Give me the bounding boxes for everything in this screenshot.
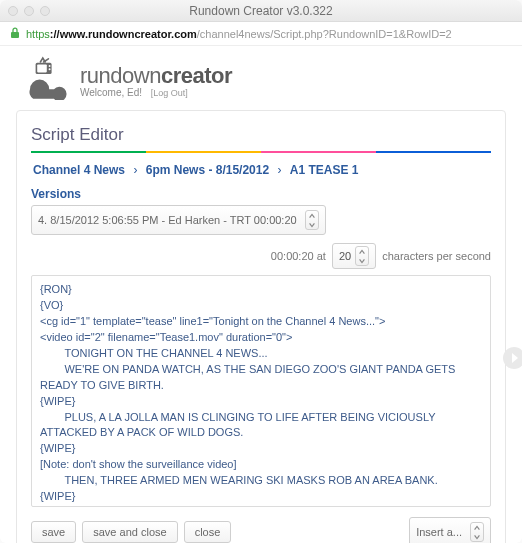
editor-card: Script Editor Channel 4 News › 6pm News … bbox=[16, 110, 506, 543]
page-content: rundowncreator Welcome, Ed! [Log Out] Sc… bbox=[0, 46, 522, 543]
save-and-close-button[interactable]: save and close bbox=[82, 521, 177, 543]
cps-stepper[interactable]: 20 bbox=[332, 243, 376, 269]
next-arrow-icon[interactable] bbox=[502, 346, 522, 370]
lock-icon bbox=[10, 27, 20, 41]
stepper-icon[interactable] bbox=[305, 210, 319, 230]
stepper-icon bbox=[470, 522, 484, 542]
logout-link[interactable]: [Log Out] bbox=[151, 88, 188, 98]
versions-select[interactable]: 4. 8/15/2012 5:06:55 PM - Ed Harken - TR… bbox=[31, 205, 326, 235]
breadcrumb: Channel 4 News › 6pm News - 8/15/2012 › … bbox=[31, 163, 491, 177]
breadcrumb-rundown[interactable]: Channel 4 News bbox=[33, 163, 125, 177]
brand-name-bold: creator bbox=[161, 63, 232, 88]
url-host: ://www.rundowncreator.com bbox=[50, 28, 197, 40]
trt-time: 00:00:20 at bbox=[271, 250, 326, 262]
breadcrumb-show[interactable]: 6pm News - 8/15/2012 bbox=[146, 163, 269, 177]
editor-footer: save save and close close Insert a... bbox=[31, 517, 491, 543]
cps-suffix: characters per second bbox=[382, 250, 491, 262]
brand-text: rundowncreator Welcome, Ed! [Log Out] bbox=[80, 63, 232, 98]
brand-logo-icon bbox=[22, 56, 70, 104]
svg-point-3 bbox=[49, 65, 51, 67]
url-path: /channel4news/Script.php?RundownID=1&Row… bbox=[197, 28, 452, 40]
versions-label: Versions bbox=[31, 187, 491, 201]
save-button[interactable]: save bbox=[31, 521, 76, 543]
svg-point-4 bbox=[49, 68, 51, 70]
svg-rect-2 bbox=[37, 64, 47, 72]
welcome-text: Welcome, Ed! [Log Out] bbox=[80, 87, 232, 98]
welcome-message: Welcome, Ed! bbox=[80, 87, 142, 98]
url-text: https://www.rundowncreator.com/channel4n… bbox=[26, 28, 452, 40]
divider-rainbow bbox=[31, 151, 491, 153]
brand-name: rundowncreator bbox=[80, 63, 232, 89]
svg-rect-0 bbox=[11, 32, 19, 38]
versions-select-wrap: 4. 8/15/2012 5:06:55 PM - Ed Harken - TR… bbox=[31, 205, 326, 235]
brand-name-thin: rundown bbox=[80, 63, 161, 88]
page-title: Script Editor bbox=[31, 125, 491, 145]
titlebar: Rundown Creator v3.0.322 bbox=[0, 0, 522, 22]
insert-label: Insert a... bbox=[416, 526, 462, 538]
footer-left-buttons: save save and close close bbox=[31, 521, 231, 543]
app-window: Rundown Creator v3.0.322 https://www.run… bbox=[0, 0, 522, 543]
address-bar[interactable]: https://www.rundowncreator.com/channel4n… bbox=[0, 22, 522, 46]
insert-select[interactable]: Insert a... bbox=[409, 517, 491, 543]
url-scheme: https bbox=[26, 28, 50, 40]
versions-selected: 4. 8/15/2012 5:06:55 PM - Ed Harken - TR… bbox=[38, 214, 297, 226]
stepper-icon bbox=[355, 246, 369, 266]
breadcrumb-row[interactable]: A1 TEASE 1 bbox=[290, 163, 359, 177]
cps-value: 20 bbox=[339, 250, 351, 262]
trt-row: 00:00:20 at 20 characters per second bbox=[31, 243, 491, 269]
brand-header: rundowncreator Welcome, Ed! [Log Out] bbox=[22, 56, 506, 104]
close-button[interactable]: close bbox=[184, 521, 232, 543]
script-textarea[interactable]: {RON} {VO} <cg id="1" template="tease" l… bbox=[31, 275, 491, 507]
window-title: Rundown Creator v3.0.322 bbox=[0, 4, 522, 18]
